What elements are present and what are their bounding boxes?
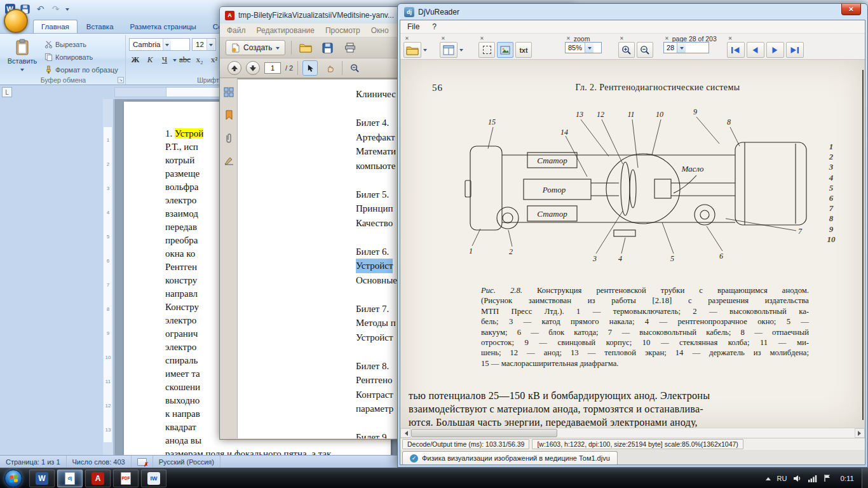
zoom-label: zoom [574,35,590,43]
djvu-menubar: File ? [400,20,865,34]
qat-dropdown-icon[interactable] [65,8,69,13]
create-button[interactable]: Создать [226,40,285,55]
document-tab[interactable]: ✓ Физика визуализации изображений в меди… [402,451,618,464]
scroll-right-icon[interactable] [855,428,865,438]
underline-button[interactable]: Ч [158,53,171,66]
select-text-button[interactable]: txt [515,42,532,58]
cut-button[interactable]: Вырезать [43,38,120,50]
horizontal-scrollbar[interactable] [400,428,865,438]
tab-home[interactable]: Главная [33,20,78,33]
format-painter-button[interactable]: Формат по образцу [43,64,120,76]
subscript-button[interactable]: x₂ [193,53,206,66]
next-page-button[interactable] [246,61,260,75]
page-thumbnails-icon[interactable] [224,87,234,97]
save-button[interactable] [320,39,336,56]
svg-text:3: 3 [592,254,597,263]
zoom-in-button[interactable] [618,42,635,58]
word-icon: W [36,472,48,485]
hidden-icons-icon[interactable] [766,475,771,480]
tab-stop-selector[interactable]: L [2,87,12,97]
language-indicator[interactable]: RU [777,475,787,482]
status-language[interactable]: Русский (Россия) [153,456,220,468]
close-button[interactable]: ✕ [841,4,861,15]
open-file-button[interactable] [297,39,314,56]
underline-dropdown-icon[interactable] [173,59,177,64]
last-page-button[interactable] [786,42,804,58]
chevron-down-icon[interactable] [459,49,463,53]
italic-button[interactable]: К [144,53,156,66]
print-button[interactable] [342,39,358,56]
previous-page-button[interactable] [227,61,241,75]
open-file-button[interactable] [403,42,421,58]
taskbar-iw-button[interactable]: IW [141,470,166,487]
paste-button[interactable]: Вставить [4,37,40,75]
scrollbar-thumb[interactable] [411,429,557,437]
toolbar-close-icon[interactable]: ✕ [405,36,409,41]
status-word-count[interactable]: Число слов: 403 [67,456,132,468]
action-center-flag-icon[interactable] [824,474,831,482]
menu-file[interactable]: File [407,22,419,31]
taskbar-adobe-button[interactable]: A [85,470,111,487]
menu-window[interactable]: Окно [371,26,389,35]
font-name-select[interactable]: Cambria [129,38,190,51]
clock[interactable]: 0:11 [837,475,857,482]
zoom-select[interactable]: 85% [565,42,602,53]
taskbar-pdf-button[interactable]: PDF [113,470,139,487]
toolbar-close-icon[interactable]: ✕ [728,36,733,41]
zoom-out-button[interactable] [347,60,362,76]
copy-button[interactable]: Копировать [43,51,120,63]
menu-edit[interactable]: Редактирование [257,26,315,35]
redo-icon[interactable]: ↷ [50,4,61,15]
toolbar-close-icon[interactable]: ✕ [620,36,624,41]
start-button[interactable] [4,470,22,487]
page-select[interactable]: 28 [663,42,709,53]
volume-icon[interactable] [793,475,802,482]
status-page[interactable]: Страница: 1 из 1 [0,456,67,468]
select-image-button[interactable] [497,42,513,58]
taskbar-word-button[interactable]: W [29,470,55,487]
toolbar-close-icon[interactable]: ✕ [566,36,571,41]
tab-page-layout[interactable]: Разметка страницы [123,20,204,33]
page-layout-button[interactable] [440,42,458,58]
menu-file[interactable]: Файл [227,26,246,35]
svg-text:8: 8 [727,118,731,126]
toolbar-section-open: ✕ [403,34,427,59]
strikethrough-button[interactable]: abc [179,53,191,66]
network-icon[interactable] [808,475,817,482]
menu-help[interactable]: ? [432,22,437,31]
status-proofing[interactable]: ✗ [132,456,153,468]
desktop: W ↶ ↷ Главная Вставка Разметка страницы … [0,0,868,488]
menu-view[interactable]: Просмотр [325,26,360,35]
stator-bottom-label: Статор [537,209,567,219]
show-desktop-button[interactable] [862,468,868,488]
clipboard-dialog-launcher[interactable]: ↘ [118,77,124,83]
font-size-select[interactable]: 12 [192,38,216,51]
previous-page-button[interactable] [747,42,764,58]
bold-button[interactable]: Ж [129,53,142,66]
next-page-button[interactable] [766,42,784,58]
scroll-left-icon[interactable] [400,428,410,438]
toolbar-close-icon[interactable]: ✕ [665,36,669,41]
attachments-icon[interactable] [225,133,233,144]
zoom-out-button[interactable] [637,42,653,58]
chevron-down-icon[interactable] [423,49,427,53]
office-button[interactable] [4,9,28,33]
toolbar-close-icon[interactable]: ✕ [480,36,484,41]
first-page-button[interactable] [727,42,745,58]
page-number-input[interactable]: 1 [264,62,281,74]
toolbar-close-icon[interactable]: ✕ [441,36,445,41]
select-tool-button[interactable] [302,60,318,76]
undo-icon[interactable]: ↶ [35,4,46,15]
taskbar-djvu-button[interactable]: dj [57,470,83,487]
djvu-window-title: DjVuReader [418,8,459,17]
djvureader-window: dj DjVuReader ✕ File ? ✕ [397,3,868,468]
tab-insert[interactable]: Вставка [79,20,121,33]
signatures-icon[interactable] [224,156,234,165]
paste-dropdown-icon[interactable] [20,69,24,73]
hand-tool-button[interactable] [322,60,337,76]
bookmarks-icon[interactable] [225,110,233,120]
svg-text:13: 13 [576,110,583,119]
select-region-button[interactable] [478,42,495,58]
vertical-ruler[interactable]: 12345678910111213 [103,99,114,455]
djvu-page-view[interactable]: 56 Гл. 2. Рентгенодиагностические систем… [400,60,865,428]
